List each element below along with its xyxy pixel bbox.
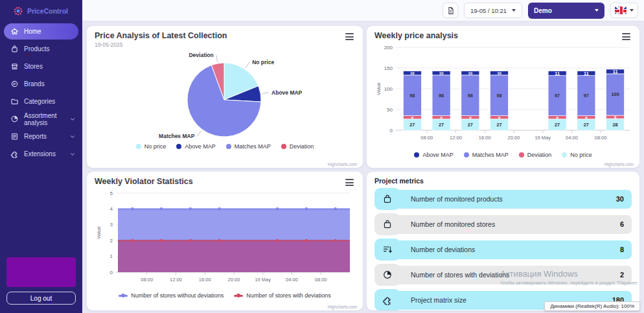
legend-marker (234, 295, 243, 297)
legend-item[interactable]: Above MAP (176, 143, 216, 150)
sidebar-item-label: Stores (24, 63, 43, 70)
legend-item[interactable]: Number of stores without deviations (119, 292, 224, 299)
svg-text:1: 1 (110, 253, 113, 259)
highcharts-credit[interactable]: Highcharts.com (604, 162, 634, 167)
svg-text:10: 10 (439, 71, 444, 75)
svg-text:08:00: 08:00 (420, 135, 433, 141)
sidebar-item-label: Categories (24, 98, 55, 105)
legend-marker (176, 144, 181, 149)
chart-context-menu-button[interactable] (344, 31, 355, 42)
card-project-metrics: Project metrics Number of monitored prod… (367, 172, 639, 310)
metric-value: 30 (616, 188, 624, 210)
svg-text:98: 98 (468, 93, 473, 99)
svg-text:97: 97 (584, 93, 589, 99)
area-card-title: Weekly Violator Statistics (95, 177, 193, 186)
pie-chart: No priceAbove MAPMatches MAPDeviation (95, 48, 355, 143)
bag-icon (382, 194, 393, 204)
legend-item[interactable]: Number of stores with deviations (234, 292, 331, 299)
svg-text:04:00: 04:00 (566, 135, 578, 141)
svg-text:50: 50 (387, 107, 393, 113)
home-icon (10, 27, 19, 36)
area-chart: 012345Value08:0012:0016:0020:0019 May04:… (95, 188, 355, 292)
metric-row: Number of monitored stores6 (374, 213, 632, 235)
sidebar-item-label: Extensions (24, 150, 56, 157)
legend-label: Matches MAP (235, 143, 271, 150)
gear-logo-icon (13, 6, 23, 16)
bag-icon (10, 45, 19, 53)
sidebar-item-stores[interactable]: Stores (0, 58, 82, 75)
metric-icon-box (374, 238, 400, 261)
sidebar-spacer (0, 163, 82, 257)
language-selector[interactable] (610, 3, 638, 18)
svg-text:0: 0 (110, 270, 113, 275)
bag-icon (382, 219, 393, 229)
legend-item[interactable]: Above MAP (414, 152, 454, 158)
pie-card-subtitle: 19-05-2025 (95, 41, 227, 48)
promo-banner[interactable] (6, 257, 76, 287)
legend-item[interactable]: Deviation (281, 143, 314, 150)
card-weekly-violator-statistics: Weekly Violator Statistics 012345Value08… (87, 172, 363, 310)
metric-label: Number of deviations (411, 238, 475, 261)
chart-context-menu-button[interactable] (621, 31, 632, 42)
legend-item[interactable]: No price (562, 152, 592, 158)
sidebar-item-label: Assortment analysis (24, 112, 64, 126)
legend-marker (562, 152, 567, 157)
metric-value: 2 (620, 264, 624, 286)
svg-text:20:00: 20:00 (508, 135, 520, 141)
legend-item[interactable]: Deviation (519, 152, 552, 158)
sidebar-item-brands[interactable]: Brands (0, 75, 82, 93)
uk-flag-icon (615, 6, 627, 14)
svg-text:19 May: 19 May (255, 277, 271, 283)
highcharts-credit[interactable]: Highcharts.com (328, 162, 357, 167)
legend-label: Deviation (290, 143, 314, 150)
svg-text:Deviation: Deviation (189, 52, 213, 58)
legend-item[interactable]: Matches MAP (226, 143, 271, 150)
svg-text:27: 27 (439, 122, 444, 128)
legend-item[interactable]: No price (136, 143, 167, 150)
chevron-down-icon (69, 133, 76, 140)
sidebar-item-label: Reports (24, 133, 47, 140)
svg-text:4: 4 (110, 206, 113, 212)
chart-context-menu-button[interactable] (344, 177, 355, 188)
sidebar-item-products[interactable]: Products (0, 40, 82, 58)
metric-icon-box (374, 264, 400, 286)
svg-text:5: 5 (110, 191, 113, 196)
svg-text:08:00: 08:00 (141, 277, 153, 283)
sidebar-item-categories[interactable]: Categories (0, 93, 82, 110)
svg-text:Above MAP: Above MAP (271, 89, 303, 96)
legend-label: Deviation (527, 152, 552, 158)
sidebar-nav: HomeProductsStoresBrandsCategoriesAssort… (0, 23, 82, 163)
legend-label: Matches MAP (472, 152, 509, 158)
document-button[interactable] (443, 3, 458, 18)
svg-text:98: 98 (497, 93, 502, 99)
svg-text:27: 27 (584, 122, 589, 128)
pie-chart-svg: No priceAbove MAPMatches MAPDeviation (95, 48, 354, 143)
puzzle-icon (382, 295, 393, 305)
sidebar-item-extensions[interactable]: Extensions (0, 145, 82, 163)
logout-button[interactable]: Log out (6, 292, 76, 305)
project-name: Demo (534, 7, 552, 14)
legend-label: Number of stores without deviations (131, 292, 224, 299)
chevron-down-icon (512, 9, 516, 12)
sort-desc-icon (382, 244, 393, 255)
sidebar-item-assortment-analysis[interactable]: Assortment analysis (0, 110, 82, 128)
svg-text:16:00: 16:00 (479, 135, 491, 141)
project-selector[interactable]: Demo (528, 3, 604, 19)
svg-text:10: 10 (410, 71, 415, 75)
svg-text:0: 0 (390, 128, 393, 133)
metrics-title: Project metrics (374, 177, 632, 185)
pie-legend: No priceAbove MAPMatches MAPDeviation (95, 143, 355, 150)
legend-item[interactable]: Matches MAP (464, 152, 509, 158)
sidebar-item-home[interactable]: Home (4, 23, 78, 40)
svg-text:11: 11 (584, 71, 589, 76)
topbar: 19-05 / 10:21 Demo (82, 0, 644, 21)
svg-text:100: 100 (384, 86, 393, 92)
sidebar-item-reports[interactable]: Reports (0, 128, 82, 145)
folder-icon (10, 97, 19, 106)
highcharts-credit[interactable]: Highcharts.com (328, 305, 357, 309)
svg-text:27: 27 (555, 122, 560, 128)
svg-text:Value: Value (376, 82, 382, 95)
datetime-selector[interactable]: 19-05 / 10:21 (464, 3, 522, 18)
metric-label: Number of stores with deviations (411, 264, 509, 286)
svg-text:Value: Value (96, 226, 102, 239)
